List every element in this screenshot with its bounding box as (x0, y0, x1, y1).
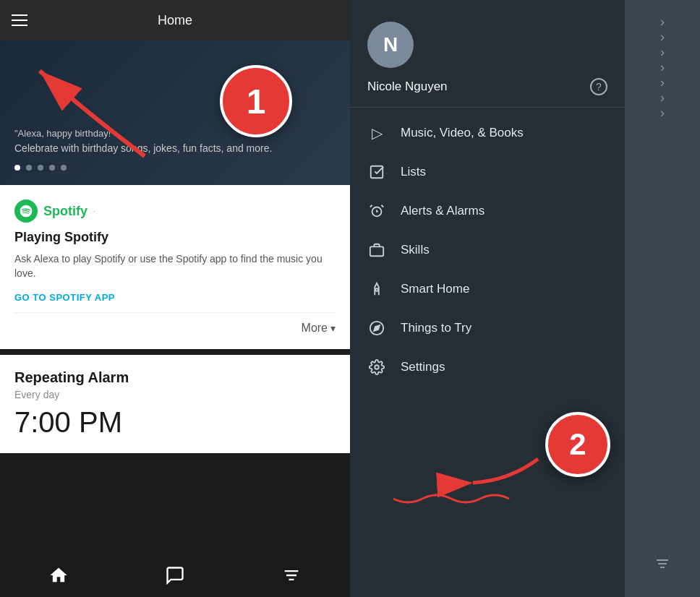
menu-label-settings: Settings (401, 360, 607, 374)
compass-icon (367, 319, 386, 338)
hamburger-button[interactable] (12, 14, 27, 26)
smarthome-icon (367, 280, 386, 298)
step-1-badge: 1 (220, 65, 292, 137)
svg-rect-1 (371, 166, 383, 179)
menu-label-alerts: Alerts & Alarms (401, 204, 607, 218)
strip-chevron-4: › (660, 60, 665, 75)
svg-point-9 (375, 365, 379, 369)
left-header: Home (0, 0, 350, 40)
spotify-card: Spotify · Playing Spotify Ask Alexa to p… (0, 185, 350, 349)
menu-label-lists: Lists (401, 165, 607, 179)
menu-item-alerts-alarms[interactable]: Alerts & Alarms (350, 192, 625, 231)
spotify-logo-icon (14, 199, 38, 223)
right-panel: N Nicole Nguyen ? ▷ Music, Video, & Book… (350, 0, 700, 597)
nav-music-button[interactable] (281, 565, 302, 585)
hero-alexa-quote: "Alexa, happy birthday!" (14, 128, 336, 139)
chevron-down-icon[interactable]: ▾ (330, 322, 336, 334)
menu-list: ▷ Music, Video, & Books Lists (350, 108, 625, 392)
home-title: Home (158, 13, 192, 28)
menu-item-music-video-books[interactable]: ▷ Music, Video, & Books (350, 113, 625, 153)
strip-chevron-1: › (660, 14, 665, 30)
svg-point-6 (375, 288, 378, 291)
avatar: N (367, 22, 414, 68)
playing-description: Ask Alexa to play Spotify or use the Spo… (14, 252, 336, 280)
hero-subtext: Celebrate with birthday songs, jokes, fu… (14, 142, 336, 156)
checklist-icon (367, 163, 386, 181)
alarm-card: Repeating Alarm Every day 7:00 PM (0, 355, 350, 453)
more-label[interactable]: More (302, 322, 328, 335)
menu-label-skills: Skills (401, 243, 607, 257)
svg-line-4 (381, 205, 383, 207)
spotify-brand-name: Spotify (43, 204, 88, 219)
strip-chevron-7: › (660, 106, 665, 121)
dot-4 (49, 165, 55, 171)
svg-marker-8 (374, 325, 380, 331)
strip-chevron-5: › (660, 75, 665, 90)
alarm-subtitle: Every day (14, 389, 336, 400)
svg-rect-5 (370, 246, 383, 256)
strip-chevron-6: › (660, 90, 665, 106)
alarm-time: 7:00 PM (14, 406, 336, 439)
step-2-badge: 2 (545, 412, 610, 477)
nav-drawer: N Nicole Nguyen ? ▷ Music, Video, & Book… (350, 0, 625, 597)
profile-section: N Nicole Nguyen ? (350, 0, 625, 108)
dot-2 (26, 165, 32, 171)
bottom-nav (0, 554, 350, 597)
strip-chevron-2: › (660, 30, 665, 45)
menu-item-skills[interactable]: Skills (350, 231, 625, 270)
alarm-icon (367, 202, 386, 220)
nav-home-button[interactable] (48, 565, 69, 585)
nav-chat-button[interactable] (165, 565, 185, 585)
strip-chevron-3: › (660, 45, 665, 60)
hero-dots (14, 165, 336, 171)
spotify-dot: · (93, 207, 95, 215)
dot-5 (61, 165, 67, 171)
hero-banner: "Alexa, happy birthday!" Celebrate with … (0, 40, 350, 185)
profile-name: Nicole Nguyen (367, 80, 448, 94)
more-row: More ▾ (14, 312, 336, 335)
playing-title: Playing Spotify (14, 230, 336, 245)
menu-item-lists[interactable]: Lists (350, 153, 625, 192)
play-icon: ▷ (367, 124, 386, 142)
alarm-title: Repeating Alarm (14, 369, 336, 386)
skills-icon (367, 241, 386, 259)
dot-1 (14, 165, 20, 171)
spotify-logo-row: Spotify · (14, 199, 336, 223)
help-icon[interactable]: ? (590, 78, 607, 95)
svg-line-3 (370, 205, 372, 207)
dot-3 (38, 165, 43, 171)
menu-label-music: Music, Video, & Books (401, 126, 607, 140)
menu-item-smart-home[interactable]: Smart Home (350, 270, 625, 309)
left-panel: Home "Alexa, happy birthday!" Celebrate … (0, 0, 350, 597)
profile-name-row: Nicole Nguyen ? (367, 78, 607, 95)
settings-icon (367, 358, 386, 377)
strip-music-icon (654, 555, 671, 583)
menu-label-smarthome: Smart Home (401, 282, 607, 296)
menu-item-settings[interactable]: Settings (350, 348, 625, 387)
right-strip: › › › › › › › (625, 0, 700, 597)
menu-label-things: Things to Try (401, 321, 607, 335)
menu-item-things-to-try[interactable]: Things to Try (350, 309, 625, 348)
go-to-spotify-link[interactable]: GO TO SPOTIFY APP (14, 292, 115, 303)
